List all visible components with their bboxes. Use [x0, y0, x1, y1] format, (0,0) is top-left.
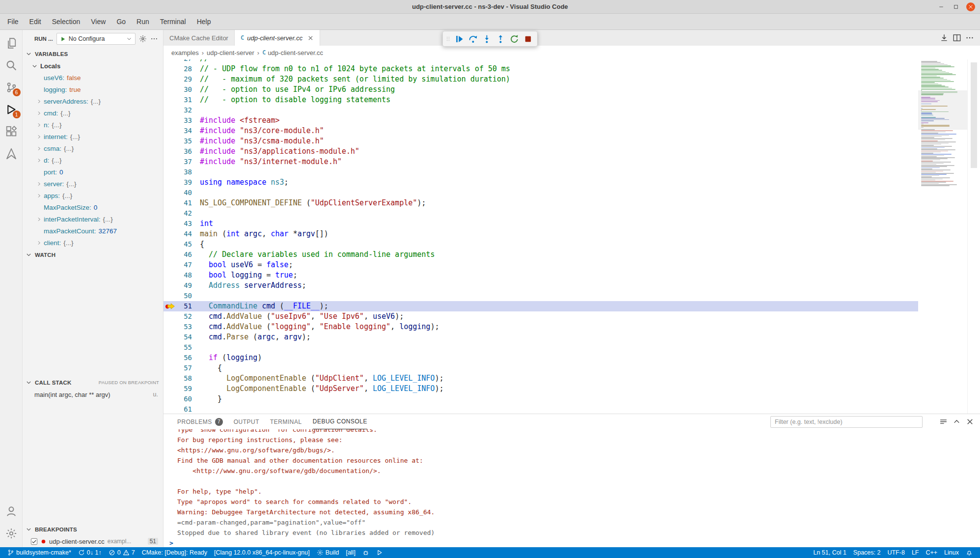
code-editor[interactable]: 27//28// - UDP flow from n0 to n1 of 102…	[163, 59, 980, 414]
more-actions-icon[interactable]	[965, 33, 974, 42]
code-line-29[interactable]: 29// - maximum of 320 packets sent (or l…	[163, 74, 918, 84]
code-line-42[interactable]: 42	[163, 208, 918, 219]
status-cursor-position[interactable]: Ln 51, Col 1	[810, 547, 849, 558]
activity-explorer[interactable]	[0, 32, 23, 54]
editor-scrollbar[interactable]	[967, 59, 980, 414]
continue-button[interactable]	[452, 32, 466, 46]
glyph-margin[interactable]	[163, 342, 177, 353]
menu-edit[interactable]: Edit	[24, 14, 47, 29]
code-line-49[interactable]: 49 Address serverAddress;	[163, 280, 918, 291]
menu-terminal[interactable]: Terminal	[155, 14, 191, 29]
console-options-icon[interactable]	[939, 418, 948, 426]
breadcrumb-item[interactable]: udp-client-server	[207, 49, 254, 56]
activity-source-control[interactable]: 6	[0, 76, 23, 98]
glyph-margin[interactable]	[163, 126, 177, 136]
glyph-margin[interactable]	[163, 198, 177, 208]
step-over-button[interactable]	[466, 32, 480, 46]
code-line-46[interactable]: 46 // Declare variables used in command-…	[163, 250, 918, 260]
code-line-30[interactable]: 30// - option to use IPv4 or IPv6 addres…	[163, 84, 918, 95]
panel-tab-problems[interactable]: PROBLEMS7	[177, 414, 223, 429]
restart-button[interactable]	[507, 32, 521, 46]
code-line-31[interactable]: 31// - option to disable logging stateme…	[163, 95, 918, 105]
variable-row[interactable]: internet:{...}	[23, 131, 163, 142]
glyph-margin[interactable]	[163, 64, 177, 74]
code-line-52[interactable]: 52 cmd.AddValue ("useIpv6", "Use Ipv6", …	[163, 311, 918, 322]
step-into-button[interactable]	[480, 32, 493, 46]
code-line-47[interactable]: 47 bool useV6 = false;	[163, 260, 918, 270]
glyph-margin[interactable]	[163, 84, 177, 95]
glyph-margin[interactable]	[163, 59, 177, 64]
status-language-mode[interactable]: C++	[922, 547, 941, 558]
minimap[interactable]	[918, 59, 967, 414]
menu-run[interactable]: Run	[131, 14, 155, 29]
console-filter-input[interactable]	[770, 416, 923, 428]
glyph-margin[interactable]	[163, 167, 177, 177]
status-encoding[interactable]: UTF-8	[884, 547, 908, 558]
variable-row[interactable]: server:{...}	[23, 178, 163, 190]
glyph-margin[interactable]	[163, 229, 177, 239]
glyph-margin[interactable]	[163, 188, 177, 198]
code-line-38[interactable]: 38	[163, 167, 918, 177]
breakpoints-header[interactable]: BREAKPOINTS	[23, 523, 163, 535]
code-line-56[interactable]: 56 if (logging)	[163, 353, 918, 363]
activity-extensions[interactable]	[0, 120, 23, 142]
code-line-33[interactable]: 33#include <fstream>	[163, 115, 918, 126]
glyph-margin[interactable]	[163, 322, 177, 332]
code-line-58[interactable]: 58 LogComponentEnable ("UdpClient", LOG_…	[163, 373, 918, 384]
code-line-40[interactable]: 40	[163, 188, 918, 198]
menu-view[interactable]: View	[85, 14, 111, 29]
code-line-54[interactable]: 54 cmd.Parse (argc, argv);	[163, 332, 918, 342]
glyph-margin[interactable]	[163, 208, 177, 219]
variable-row[interactable]: MaxPacketSize:0	[23, 201, 163, 213]
glyph-margin[interactable]	[163, 384, 177, 394]
watch-header[interactable]: WATCH	[23, 249, 163, 261]
code-line-59[interactable]: 59 LogComponentEnable ("UdpServer", LOG_…	[163, 384, 918, 394]
code-line-60[interactable]: 60 }	[163, 394, 918, 404]
code-line-50[interactable]: 50	[163, 291, 918, 301]
scope-locals[interactable]: Locals	[23, 60, 163, 72]
glyph-margin[interactable]	[163, 136, 177, 146]
code-line-39[interactable]: 39using namespace ns3;	[163, 177, 918, 188]
code-line-35[interactable]: 35#include "ns3/csma-module.h"	[163, 136, 918, 146]
menu-help[interactable]: Help	[191, 14, 217, 29]
glyph-margin[interactable]	[163, 105, 177, 115]
glyph-margin[interactable]	[163, 239, 177, 250]
status-problems[interactable]: 07	[105, 547, 138, 558]
status-eol[interactable]: LF	[908, 547, 923, 558]
activity-accounts[interactable]	[0, 500, 23, 522]
variable-row[interactable]: interPacketInterval:{...}	[23, 213, 163, 225]
stack-frame[interactable]: main(int argc, char ** argv)u.	[23, 389, 163, 400]
code-line-53[interactable]: 53 cmd.AddValue ("logging", "Enable logg…	[163, 322, 918, 332]
tab-cmake-cache-editor[interactable]: CMake Cache Editor	[163, 30, 235, 46]
glyph-margin[interactable]	[163, 394, 177, 404]
glyph-margin[interactable]	[163, 95, 177, 105]
variable-row[interactable]: cmd:{...}	[23, 107, 163, 119]
glyph-margin[interactable]	[163, 260, 177, 270]
activity-search[interactable]	[0, 54, 23, 76]
breadcrumb-item[interactable]: Cudp-client-server.cc	[262, 49, 323, 56]
close-panel-icon[interactable]	[966, 418, 974, 426]
variable-row[interactable]: client:{...}	[23, 237, 163, 249]
panel-tab-output[interactable]: OUTPUT	[234, 414, 259, 429]
panel-tab-debug-console[interactable]: DEBUG CONSOLE	[313, 414, 367, 429]
activity-settings[interactable]	[0, 522, 23, 544]
call-stack-header[interactable]: CALL STACK PAUSED ON BREAKPOINT	[23, 376, 163, 389]
glyph-margin[interactable]	[163, 363, 177, 373]
code-line-28[interactable]: 28// - UDP flow from n0 to n1 of 1024 by…	[163, 64, 918, 74]
status-git-branch[interactable]: buildsystem-cmake*	[4, 547, 75, 558]
glyph-margin[interactable]	[163, 353, 177, 363]
debug-toolbar[interactable]	[442, 31, 538, 47]
glyph-margin[interactable]	[163, 373, 177, 384]
breakpoint-checkbox[interactable]	[30, 538, 38, 545]
code-line-27[interactable]: 27//	[163, 59, 918, 64]
code-line-48[interactable]: 48 bool logging = true;	[163, 270, 918, 280]
toolbar-grip-icon[interactable]	[445, 35, 451, 43]
scrollbar-thumb[interactable]	[971, 62, 977, 168]
status-cmake-debug[interactable]	[359, 547, 373, 558]
status-indentation[interactable]: Spaces: 2	[850, 547, 884, 558]
run-file-icon[interactable]	[940, 33, 949, 42]
variables-header[interactable]: VARIABLES	[23, 48, 163, 60]
variable-row[interactable]: maxPacketCount:32767	[23, 225, 163, 237]
code-line-44[interactable]: 44main (int argc, char *argv[])	[163, 229, 918, 239]
glyph-margin[interactable]	[163, 146, 177, 157]
